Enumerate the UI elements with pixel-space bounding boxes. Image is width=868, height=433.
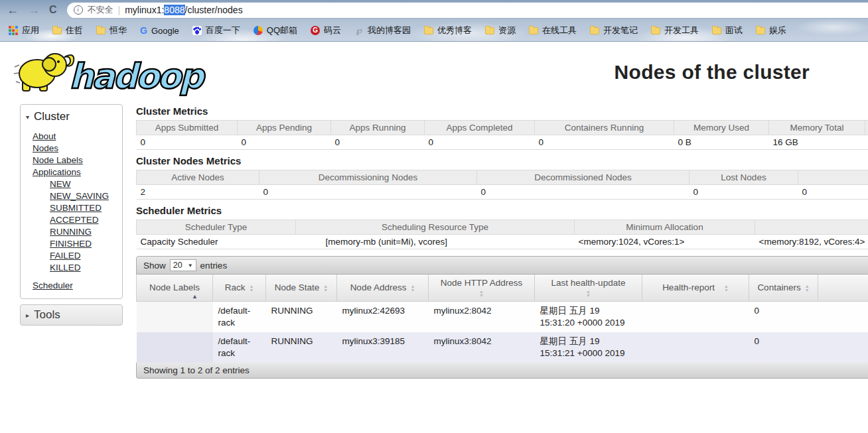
page-size-select[interactable]: 20 ▼ xyxy=(170,259,196,271)
sidebar-item-finished[interactable]: FINISHED xyxy=(50,239,92,249)
bookmark-label: Google xyxy=(151,26,179,36)
bookmark-qqmail[interactable]: QQ邮箱 xyxy=(248,23,303,38)
entries-label: entries xyxy=(200,261,228,271)
sidebar-item-submitted[interactable]: SUBMITTED xyxy=(50,203,102,213)
bookmark-folder-online-tools[interactable]: 在线工具 xyxy=(523,23,583,38)
google-icon: G xyxy=(140,26,147,35)
bookmark-folder-interview[interactable]: 面试 xyxy=(706,23,749,38)
column-header-health-report[interactable]: Health-report▲▼ xyxy=(642,275,749,301)
sidebar-item-killed[interactable]: KILLED xyxy=(50,263,81,273)
node-state-cell: RUNNING xyxy=(266,332,337,363)
forward-icon[interactable]: → xyxy=(28,4,40,16)
folder-icon xyxy=(485,27,494,34)
sort-ascending-icon: ▲ xyxy=(192,293,198,300)
column-header: Scheduling Resource Type xyxy=(296,220,575,235)
tools-nav-box[interactable]: ▸ Tools xyxy=(20,304,123,326)
cluster-nav-header[interactable]: ▾ Cluster xyxy=(21,109,122,126)
column-label: Rack xyxy=(225,282,246,292)
column-header-node-address[interactable]: Node Address▲▼ xyxy=(337,275,429,301)
bookmark-cnblogs[interactable]: ℘ 我的博客园 xyxy=(348,23,417,38)
containers-cell: 0 xyxy=(749,332,818,363)
column-label: Node Address xyxy=(350,282,407,292)
active-nodes-link[interactable]: 2 xyxy=(141,187,146,197)
bookmark-folder-fun[interactable]: 娱乐 xyxy=(750,23,792,38)
column-header-node-state[interactable]: Node State▲▼ xyxy=(266,275,337,301)
column-header: Apps Running xyxy=(331,121,425,135)
node-http-address-link[interactable]: mylinux3:8042 xyxy=(434,336,492,346)
bookmark-google[interactable]: G Google xyxy=(134,24,185,38)
sidebar-item-accepted[interactable]: ACCEPTED xyxy=(50,215,99,225)
bookmark-folder-blogs[interactable]: 优秀博客 xyxy=(418,23,478,38)
unhealthy-nodes-link[interactable]: 0 xyxy=(802,187,808,197)
qqmail-icon xyxy=(253,26,263,35)
lost-nodes-link[interactable]: 0 xyxy=(693,187,699,197)
address-bar[interactable]: i 不安全 | mylinux1:8088/cluster/nodes xyxy=(66,2,868,19)
sort-icon: ▲▼ xyxy=(586,290,591,297)
column-header-node-labels[interactable]: Node Labels ▲ xyxy=(137,275,213,301)
page-size-value: 20 xyxy=(173,261,182,270)
sidebar-item-node-labels[interactable]: Node Labels xyxy=(33,155,83,165)
sidebar-item-running[interactable]: RUNNING xyxy=(50,227,92,237)
dropdown-arrow-icon: ▼ xyxy=(188,263,193,269)
last-health-update-cell: 星期日 五月 19 15:31:20 +0000 2019 xyxy=(535,301,642,332)
health-report-cell xyxy=(642,301,749,332)
apps-grid-icon xyxy=(9,26,18,35)
bookmark-folder-dev-tools[interactable]: 开发工具 xyxy=(645,23,705,38)
node-address-cell: mylinux3:39185 xyxy=(337,332,429,363)
column-header-allocation-tags[interactable]: Allocation Tags xyxy=(818,275,868,301)
svg-text:hadoop: hadoop xyxy=(69,56,206,96)
column-header-last-health-update[interactable]: Last health-update▲▼ xyxy=(535,275,642,301)
bookmark-baidu[interactable]: 百度一下 xyxy=(186,23,246,38)
sidebar: ▾ Cluster About Nodes Node Labels Applic… xyxy=(20,104,123,326)
security-label: 不安全 xyxy=(88,4,113,16)
show-entries-bar: Show 20 ▼ entries xyxy=(136,256,868,275)
sidebar-item-nodes[interactable]: Nodes xyxy=(33,143,58,153)
node-state-cell: RUNNING xyxy=(266,301,337,332)
address-separator: | xyxy=(118,5,121,15)
node-labels-cell xyxy=(137,301,213,332)
rack-cell: /default-rack xyxy=(213,332,266,363)
bookmark-apps[interactable]: 应用 xyxy=(3,23,45,38)
sidebar-item-about[interactable]: About xyxy=(33,131,56,141)
table-row: /default-rack RUNNING mylinux3:39185 myl… xyxy=(137,332,868,363)
bookmark-label: 开发笔记 xyxy=(603,25,638,36)
back-icon[interactable]: ← xyxy=(7,4,19,16)
scheduler-metrics-heading: Scheduler Metrics xyxy=(136,205,868,216)
column-header: Minimum Allocation xyxy=(575,220,755,235)
bookmark-folder-henghua[interactable]: 恒华 xyxy=(90,23,133,38)
sort-icon: ▲▼ xyxy=(410,284,415,292)
page-title: Nodes of the cluster xyxy=(615,61,810,84)
nodes-table-header-row: Node Labels ▲ Rack▲▼ Node State▲▼ Node A… xyxy=(137,275,868,301)
bookmark-gitee[interactable]: G 码云 xyxy=(305,23,347,38)
decommissioned-nodes-link[interactable]: 0 xyxy=(481,187,486,197)
column-header: Lost Nodes xyxy=(689,170,798,185)
column-label: Node HTTP Address xyxy=(441,278,523,288)
bookmark-label: 住哲 xyxy=(66,25,83,36)
bookmark-folder-dev-notes[interactable]: 开发笔记 xyxy=(584,23,644,38)
column-header-node-http-address[interactable]: Node HTTP Address▲▼ xyxy=(429,275,535,301)
sidebar-item-new-saving[interactable]: NEW_SAVING xyxy=(50,191,109,201)
bookmark-label: 娱乐 xyxy=(769,25,786,36)
bookmark-folder-resources[interactable]: 资源 xyxy=(479,23,522,38)
tools-nav-header[interactable]: ▸ Tools xyxy=(26,308,117,322)
sidebar-item-failed[interactable]: FAILED xyxy=(50,251,81,261)
info-icon[interactable]: i xyxy=(74,5,83,15)
node-http-address-link[interactable]: mylinux2:8042 xyxy=(434,306,492,316)
reload-icon[interactable]: C xyxy=(49,5,57,15)
sort-icon: ▲▼ xyxy=(249,284,253,292)
column-header: Apps Submitted xyxy=(137,121,238,135)
decommissioning-nodes-link[interactable]: 0 xyxy=(263,187,269,197)
sidebar-item-applications[interactable]: Applications xyxy=(33,167,81,177)
url-text[interactable]: mylinux1:8088/cluster/nodes xyxy=(125,5,242,15)
metric-value: 0 xyxy=(137,135,238,150)
column-header: Decommissioned Nodes xyxy=(477,170,689,185)
bookmark-folder-zhuzhe[interactable]: 住哲 xyxy=(46,23,89,38)
nodes-table: Node Labels ▲ Rack▲▼ Node State▲▼ Node A… xyxy=(136,275,868,363)
sidebar-item-scheduler[interactable]: Scheduler xyxy=(33,280,73,290)
column-header-containers[interactable]: Containers▲▼ xyxy=(749,275,818,301)
gitee-icon: G xyxy=(311,26,320,35)
baidu-paw-icon xyxy=(192,26,202,35)
sidebar-item-new[interactable]: NEW xyxy=(50,179,71,189)
column-header-rack[interactable]: Rack▲▼ xyxy=(213,275,266,301)
cluster-metrics-table: Apps Submitted Apps Pending Apps Running… xyxy=(136,120,868,150)
